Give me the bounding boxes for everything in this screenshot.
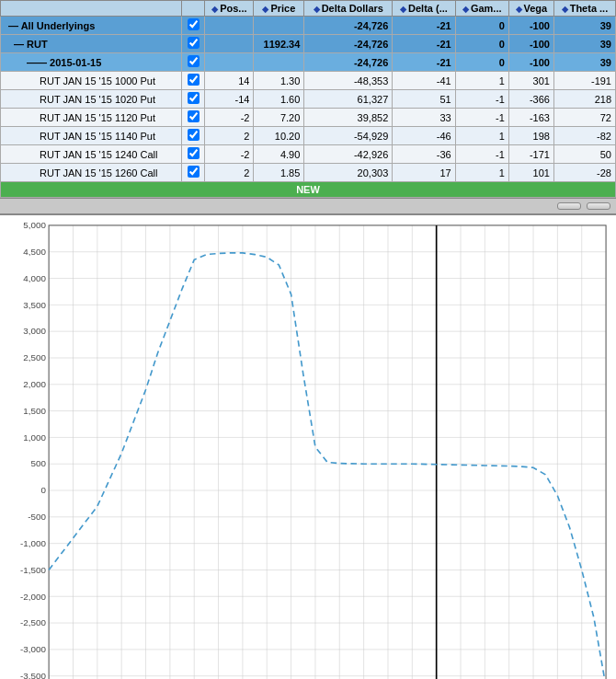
row-checkbox[interactable] bbox=[188, 37, 200, 49]
zoom-button[interactable] bbox=[587, 202, 610, 210]
row-checkbox[interactable] bbox=[188, 92, 200, 104]
row-theta: 39 bbox=[553, 35, 615, 53]
row-vega: -163 bbox=[508, 109, 553, 127]
svg-text:3,000: 3,000 bbox=[23, 326, 46, 336]
row-delta-dollars: 39,852 bbox=[304, 109, 393, 127]
row-checkbox[interactable] bbox=[188, 129, 200, 141]
row-checkbox-cell bbox=[182, 90, 205, 109]
col-theta: ◆Theta ... bbox=[553, 1, 615, 17]
toolbar bbox=[0, 198, 616, 213]
svg-text:1,000: 1,000 bbox=[23, 432, 46, 443]
row-vega: -100 bbox=[508, 35, 553, 53]
row-pos bbox=[205, 53, 254, 72]
svg-text:-2,500: -2,500 bbox=[20, 617, 46, 627]
row-theta: 50 bbox=[553, 145, 615, 164]
row-checkbox[interactable] bbox=[188, 55, 200, 67]
chart-inner: 5,0004,5004,0003,5003,0002,5002,0001,500… bbox=[4, 215, 616, 679]
svg-text:-3,500: -3,500 bbox=[20, 671, 46, 679]
table-row: — RUT 1192.34 -24,726 -21 0 -100 39 bbox=[1, 35, 616, 53]
row-checkbox-cell bbox=[182, 127, 205, 145]
row-pos: 2 bbox=[205, 127, 254, 145]
row-delta: -46 bbox=[393, 127, 455, 145]
svg-text:-1,000: -1,000 bbox=[20, 538, 46, 548]
col-pos: ◆Pos... bbox=[205, 1, 254, 17]
row-name: RUT JAN 15 '15 1000 Put bbox=[1, 72, 182, 90]
row-price: 1192.34 bbox=[254, 35, 304, 53]
row-theta: -82 bbox=[553, 127, 615, 145]
row-checkbox[interactable] bbox=[188, 110, 200, 122]
row-theta: -191 bbox=[553, 72, 615, 90]
table-row: RUT JAN 15 '15 1260 Call 2 1.85 20,303 1… bbox=[1, 164, 616, 182]
row-vega: -366 bbox=[508, 90, 553, 109]
row-pos bbox=[205, 35, 254, 53]
row-gamma: -1 bbox=[455, 145, 508, 164]
col-price: ◆Price bbox=[254, 1, 304, 17]
row-vega: -100 bbox=[508, 17, 553, 35]
row-delta: 17 bbox=[393, 164, 455, 182]
row-price: 1.60 bbox=[254, 90, 304, 109]
new-row[interactable]: NEW bbox=[1, 182, 616, 198]
col-checkbox bbox=[182, 1, 205, 17]
row-delta-dollars: 61,327 bbox=[304, 90, 393, 109]
row-delta: -21 bbox=[393, 17, 455, 35]
row-pos bbox=[205, 17, 254, 35]
row-checkbox-cell bbox=[182, 145, 205, 164]
table-row: RUT JAN 15 '15 1120 Put -2 7.20 39,852 3… bbox=[1, 109, 616, 127]
row-delta-dollars: -54,929 bbox=[304, 127, 393, 145]
row-checkbox-cell bbox=[182, 17, 205, 35]
row-price bbox=[254, 53, 304, 72]
new-row-label[interactable]: NEW bbox=[1, 182, 616, 198]
col-underlying bbox=[1, 1, 182, 17]
row-pos: 2 bbox=[205, 164, 254, 182]
svg-text:2,000: 2,000 bbox=[23, 379, 46, 389]
row-gamma: 1 bbox=[455, 127, 508, 145]
row-gamma: -1 bbox=[455, 109, 508, 127]
row-checkbox[interactable] bbox=[188, 166, 200, 178]
row-gamma: 0 bbox=[455, 35, 508, 53]
row-delta-dollars: -48,353 bbox=[304, 72, 393, 90]
row-checkbox[interactable] bbox=[188, 74, 200, 86]
row-checkbox[interactable] bbox=[188, 18, 200, 30]
svg-text:-500: -500 bbox=[28, 512, 46, 522]
row-pos: -14 bbox=[205, 90, 254, 109]
row-theta: 218 bbox=[553, 90, 615, 109]
update-button[interactable] bbox=[557, 202, 581, 210]
row-delta: -21 bbox=[393, 35, 455, 53]
row-gamma: 1 bbox=[455, 72, 508, 90]
svg-text:4,000: 4,000 bbox=[23, 273, 46, 283]
row-delta: 33 bbox=[393, 109, 455, 127]
row-delta-dollars: 20,303 bbox=[304, 164, 393, 182]
svg-text:1,500: 1,500 bbox=[23, 406, 46, 416]
positions-table: ◆Pos... ◆Price ◆Delta Dollars ◆Delta (..… bbox=[0, 0, 616, 198]
row-checkbox[interactable] bbox=[188, 147, 200, 159]
row-theta: 72 bbox=[553, 109, 615, 127]
row-price: 4.90 bbox=[254, 145, 304, 164]
row-name: RUT JAN 15 '15 1120 Put bbox=[1, 109, 182, 127]
row-theta: 39 bbox=[553, 53, 615, 72]
row-pos: 14 bbox=[205, 72, 254, 90]
chart-section: 5,0004,5004,0003,5003,0002,5002,0001,500… bbox=[0, 213, 616, 679]
row-price: 7.20 bbox=[254, 109, 304, 127]
row-delta-dollars: -42,926 bbox=[304, 145, 393, 164]
table-row: RUT JAN 15 '15 1000 Put 14 1.30 -48,353 … bbox=[1, 72, 616, 90]
svg-text:2,500: 2,500 bbox=[23, 352, 46, 363]
row-delta-dollars: -24,726 bbox=[304, 53, 393, 72]
table-row: RUT JAN 15 '15 1020 Put -14 1.60 61,327 … bbox=[1, 90, 616, 109]
table-row: —— 2015-01-15 -24,726 -21 0 -100 39 bbox=[1, 53, 616, 72]
row-name: RUT JAN 15 '15 1240 Call bbox=[1, 145, 182, 164]
row-delta-dollars: -24,726 bbox=[304, 35, 393, 53]
svg-text:0: 0 bbox=[40, 485, 46, 495]
table-section: ◆Pos... ◆Price ◆Delta Dollars ◆Delta (..… bbox=[0, 0, 616, 198]
row-delta: -21 bbox=[393, 53, 455, 72]
row-checkbox-cell bbox=[182, 109, 205, 127]
col-gamma: ◆Gam... bbox=[455, 1, 508, 17]
row-gamma: 1 bbox=[455, 164, 508, 182]
row-vega: -100 bbox=[508, 53, 553, 72]
row-delta: -41 bbox=[393, 72, 455, 90]
row-pos: -2 bbox=[205, 109, 254, 127]
svg-text:500: 500 bbox=[30, 458, 46, 468]
row-checkbox-cell bbox=[182, 53, 205, 72]
row-checkbox-cell bbox=[182, 164, 205, 182]
row-vega: 301 bbox=[508, 72, 553, 90]
row-delta: -36 bbox=[393, 145, 455, 164]
